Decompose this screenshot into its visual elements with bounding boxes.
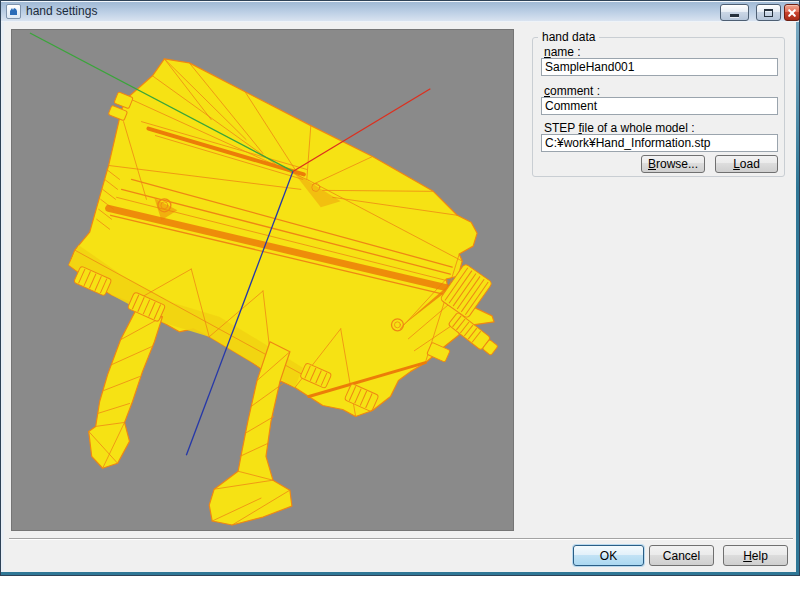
hand-model-canvas — [12, 30, 513, 530]
name-label: name : — [544, 45, 581, 59]
step-file-label: STEP file of a whole model : — [544, 121, 695, 135]
load-button[interactable]: Load — [715, 155, 778, 173]
step-file-input[interactable] — [541, 134, 778, 152]
titlebar[interactable]: hand settings — [1, 1, 799, 22]
help-button[interactable]: Help — [723, 545, 788, 566]
cancel-button[interactable]: Cancel — [649, 545, 714, 566]
window-frame-left — [1, 22, 4, 575]
comment-label: comment : — [544, 84, 600, 98]
minimize-icon — [730, 14, 739, 17]
ok-button[interactable]: OK — [573, 545, 644, 566]
footer-separator — [9, 538, 793, 540]
browse-button[interactable]: Browse... — [641, 155, 705, 173]
hand-settings-dialog: hand settings — [0, 0, 800, 576]
window-title: hand settings — [26, 4, 97, 18]
app-icon — [6, 4, 21, 19]
model-viewport[interactable] — [11, 29, 514, 531]
group-title: hand data — [538, 30, 599, 44]
minimize-button[interactable] — [720, 4, 749, 21]
window-frame-right — [796, 22, 799, 575]
maximize-icon — [764, 9, 773, 17]
window-frame-bottom — [1, 572, 799, 575]
name-input[interactable] — [541, 58, 778, 76]
comment-input[interactable] — [541, 97, 778, 115]
close-button[interactable] — [784, 4, 800, 21]
maximize-button[interactable] — [756, 4, 781, 21]
